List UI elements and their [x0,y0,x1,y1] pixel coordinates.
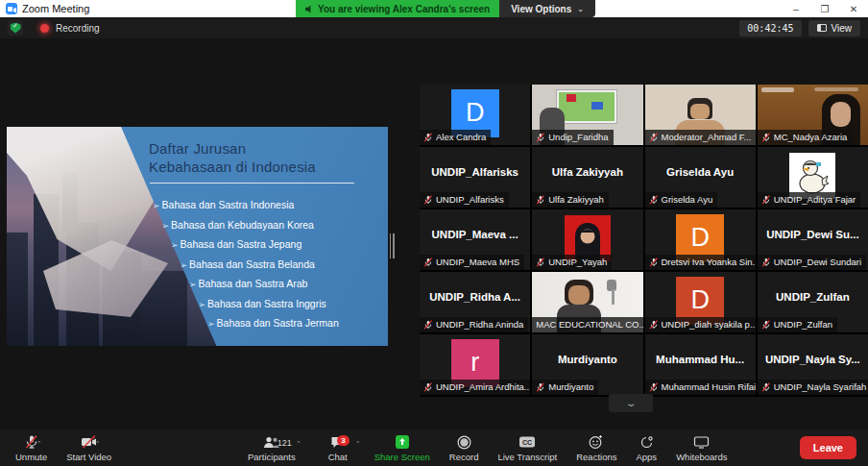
participant-name-label: UNDIP_Aditya Fajar [758,192,861,208]
mic-muted-icon [649,133,659,142]
unmute-button[interactable]: ⌃ Unmute [6,429,57,466]
list-bullet: ➢ [171,240,179,250]
list-bullet: ➢ [199,300,206,309]
reactions-icon [589,434,604,451]
mic-muted-icon [649,195,659,205]
meeting-main-area: Daftar Jurusan Kebahasaan di Indonesia ➢… [0,38,868,429]
participant-name-center: UNDIP_Ridha A... [420,272,530,321]
participant-tile[interactable]: Ulfa ZakiyyahUlfa Zakiyyah [532,147,642,208]
participant-tile[interactable]: UNDIP_Aditya Fajar [758,147,868,208]
apps-button[interactable]: Apps [626,429,666,466]
start-video-button[interactable]: ⌃ Start Video [57,429,121,466]
participant-name-label: Moderator_Ahmad F... [645,130,756,145]
window-titlebar: Zoom Meeting You are viewing Alex Candra… [0,0,868,17]
participant-tile[interactable]: UNDIP_AlfarisksUNDIP_Alfarisks [420,147,530,208]
participant-tile[interactable]: Undip_Faridha [532,85,642,145]
recording-indicator: Recording [40,23,100,34]
chat-button[interactable]: 3 ⌃ Chat [319,429,365,466]
participant-tile[interactable]: UNDIP_Yayah [532,209,642,270]
unmute-options-chevron[interactable]: ⌃ [36,440,42,448]
participant-name-label: UNDIP_diah syakila p... [645,317,756,332]
window-controls: – ❐ ✕ [782,0,868,17]
mic-muted-icon [536,195,545,205]
list-bullet: ➢ [189,280,197,289]
close-button[interactable]: ✕ [839,0,868,17]
participant-tile[interactable]: DUNDIP_diah syakila p... [645,272,756,332]
mic-muted-icon [423,382,433,392]
video-off-icon: ⌃ [81,434,98,451]
view-options-button[interactable]: View Options ⌄ [499,0,595,17]
participant-tile[interactable]: UNDIP_Dewi Su...UNDIP_Dewi Sundari [758,209,868,270]
meeting-topbar: Recording 00:42:45 View [0,17,868,38]
slide-title: Daftar Jurusan Kebahasaan di Indonesia [149,139,316,176]
mic-muted-icon [536,258,545,267]
participants-button[interactable]: 121 ⌃ Participants [238,429,319,466]
window-title: Zoom Meeting [22,3,89,14]
viewing-banner: You are viewing Alex Candra's screen [296,0,499,17]
record-button[interactable]: Record [440,429,489,466]
slide-major-list: ➢Bahasa dan Sastra Indonesia➢Bahasa dan … [7,196,388,334]
participant-name-label: Ulfa Zakiyyah [532,192,609,208]
view-button[interactable]: View [808,20,861,37]
mic-muted-icon [423,195,433,205]
maximize-button[interactable]: ❐ [810,0,839,17]
recording-dot-icon [40,24,49,33]
meeting-toolbar: ⌃ Unmute ⌃ Start Video 121 ⌃ Participant [0,429,868,466]
participants-count: 121 [277,438,292,448]
video-options-chevron[interactable]: ⌃ [95,440,101,448]
participant-tile[interactable]: MurdiyantoMurdiyanto [532,334,642,395]
slide-list-item: ➢Bahasa dan Sastra Inggris [199,295,389,315]
mic-muted-icon [761,382,771,392]
whiteboards-button[interactable]: Whiteboards [666,429,736,466]
live-transcript-button[interactable]: CC Live Transcript [488,429,567,466]
mic-muted-icon [761,320,771,330]
participant-gallery: DAlex CandraUndip_FaridhaModerator_Ahmad… [420,85,868,397]
leave-button[interactable]: Leave [800,436,856,459]
minimize-button[interactable]: – [782,0,810,17]
participant-name-label: UNDIP_Yayah [532,255,612,270]
mic-muted-icon [423,320,433,330]
svg-text:CC: CC [522,439,532,446]
zoom-app-icon [6,3,17,14]
participant-name-center: Muhammad Hu... [645,334,756,383]
participants-options-chevron[interactable]: ⌃ [296,440,301,448]
participant-tile[interactable]: rUNDIP_Amira Ardhita... [420,334,530,395]
participant-name-label: Alex Candra [420,130,491,145]
security-shield-button[interactable] [8,20,23,36]
list-bullet: ➢ [153,201,160,210]
chat-options-chevron[interactable]: ⌃ [355,440,361,448]
list-bullet: ➢ [181,260,188,270]
participant-tile[interactable]: UNDIP_ZulfanUNDIP_Zulfan [758,272,868,332]
record-icon [457,434,471,451]
panel-resize-handle[interactable] [388,233,396,258]
record-label: Record [449,452,479,462]
live-transcript-label: Live Transcript [497,452,557,462]
mic-muted-icon [536,382,545,392]
mic-muted-icon [423,133,433,142]
gallery-collapse-button[interactable]: ⌄ [609,394,653,412]
reactions-button[interactable]: Reactions [567,429,626,466]
participant-tile[interactable]: Muhammad Hu...Muhammad Husin Rifai [645,334,756,395]
chevron-down-icon: ⌄ [577,5,584,13]
participant-name-center: UNDIP_Nayla Sy... [758,334,868,383]
participant-tile[interactable]: Griselda AyuGriselda Ayu [645,147,756,208]
participant-name-label: MAC EDUCATIONAL CO... [532,317,642,332]
participant-tile[interactable]: UNDIP_Ridha A...UNDIP_Ridha Aninda [420,272,530,332]
participant-tile[interactable]: UNDIP_Maeva ...UNDIP_Maeva MHS [420,209,530,270]
participant-name-center: UNDIP_Maeva ... [420,209,530,258]
participant-tile[interactable]: MC_Nadya Azaria [758,85,868,145]
participant-tile[interactable]: DDretsvi Iva Yoanka Sin... [645,209,756,270]
shared-screen-slide: Daftar Jurusan Kebahasaan di Indonesia ➢… [7,127,388,346]
share-screen-label: Share Screen [374,452,430,462]
participant-tile[interactable]: MAC EDUCATIONAL CO... [532,272,642,332]
share-screen-button[interactable]: Share Screen [365,429,440,466]
chat-unread-badge: 3 [337,435,349,446]
slide-list-item: ➢Bahasa dan Sastra Belanda [181,256,389,276]
participant-tile[interactable]: UNDIP_Nayla Sy...UNDIP_Nayla Syarifah [758,334,868,395]
slide-title-line2: Kebahasaan di Indonesia [149,158,316,176]
participant-tile[interactable]: Moderator_Ahmad F... [645,85,756,145]
participant-name-center: Ulfa Zakiyyah [532,147,642,196]
slide-list-item: ➢Bahasa dan Sastra Arab [189,275,388,295]
participant-name-label: Murdiyanto [532,380,598,395]
participant-tile[interactable]: DAlex Candra [420,85,530,145]
